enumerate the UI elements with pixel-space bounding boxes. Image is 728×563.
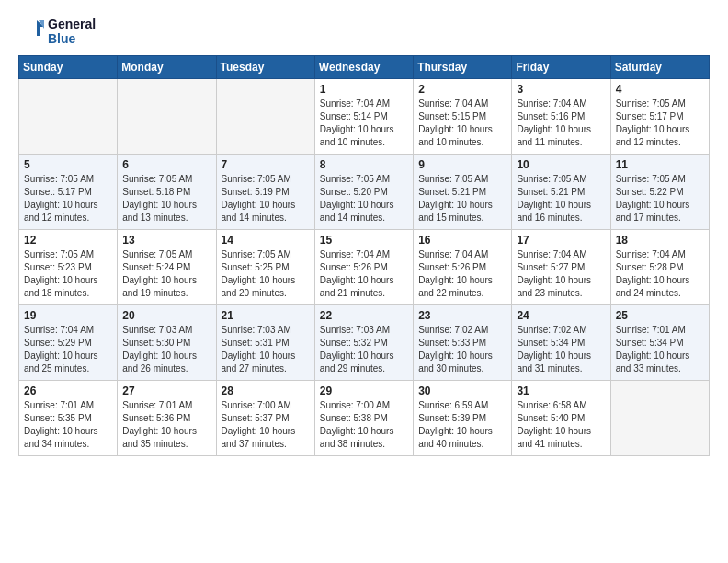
day-info: Sunrise: 6:58 AM Sunset: 5:40 PM Dayligh… — [517, 399, 605, 451]
day-info: Sunrise: 7:04 AM Sunset: 5:15 PM Dayligh… — [418, 98, 506, 149]
calendar-cell: 9Sunrise: 7:05 AM Sunset: 5:21 PM Daylig… — [414, 155, 512, 230]
calendar-cell: 22Sunrise: 7:03 AM Sunset: 5:32 PM Dayli… — [314, 305, 413, 381]
calendar-cell: 19Sunrise: 7:04 AM Sunset: 5:29 PM Dayli… — [19, 305, 118, 381]
calendar-cell: 12Sunrise: 7:05 AM Sunset: 5:23 PM Dayli… — [19, 230, 118, 305]
calendar-cell: 24Sunrise: 7:02 AM Sunset: 5:34 PM Dayli… — [512, 305, 610, 381]
day-info: Sunrise: 7:04 AM Sunset: 5:28 PM Dayligh… — [616, 248, 704, 300]
day-number: 15 — [320, 234, 408, 247]
day-info: Sunrise: 7:03 AM Sunset: 5:30 PM Dayligh… — [122, 324, 210, 375]
calendar-cell: 7Sunrise: 7:05 AM Sunset: 5:19 PM Daylig… — [216, 155, 314, 230]
day-number: 30 — [418, 385, 506, 397]
day-info: Sunrise: 7:04 AM Sunset: 5:14 PM Dayligh… — [320, 98, 408, 149]
logo-line1: General — [48, 17, 96, 31]
day-number: 29 — [320, 385, 408, 397]
calendar-cell: 13Sunrise: 7:05 AM Sunset: 5:24 PM Dayli… — [118, 230, 216, 305]
calendar-table: SundayMondayTuesdayWednesdayThursdayFrid… — [18, 55, 710, 456]
weekday-header: Friday — [512, 56, 610, 79]
day-number: 21 — [222, 309, 310, 322]
calendar-cell: 21Sunrise: 7:03 AM Sunset: 5:31 PM Dayli… — [216, 305, 314, 381]
weekday-header: Wednesday — [314, 56, 413, 79]
day-number: 18 — [616, 234, 704, 247]
calendar-cell: 3Sunrise: 7:04 AM Sunset: 5:16 PM Daylig… — [512, 79, 610, 155]
day-info: Sunrise: 7:03 AM Sunset: 5:31 PM Dayligh… — [222, 324, 310, 375]
calendar-cell: 29Sunrise: 7:00 AM Sunset: 5:38 PM Dayli… — [314, 381, 413, 456]
calendar-cell: 23Sunrise: 7:02 AM Sunset: 5:33 PM Dayli… — [414, 305, 512, 381]
logo-line2: Blue — [48, 31, 96, 46]
day-info: Sunrise: 7:00 AM Sunset: 5:37 PM Dayligh… — [222, 399, 310, 451]
calendar-cell — [216, 79, 314, 155]
day-number: 13 — [122, 234, 210, 247]
day-number: 28 — [222, 385, 310, 397]
day-number: 26 — [24, 385, 112, 397]
day-info: Sunrise: 7:05 AM Sunset: 5:21 PM Dayligh… — [517, 173, 605, 224]
day-info: Sunrise: 7:04 AM Sunset: 5:16 PM Dayligh… — [517, 98, 605, 149]
calendar-cell: 14Sunrise: 7:05 AM Sunset: 5:25 PM Dayli… — [216, 230, 314, 305]
day-info: Sunrise: 7:05 AM Sunset: 5:20 PM Dayligh… — [320, 173, 408, 224]
logo-text: General Blue — [18, 17, 96, 46]
day-info: Sunrise: 7:05 AM Sunset: 5:23 PM Dayligh… — [24, 248, 112, 300]
logo: General Blue — [18, 17, 96, 46]
calendar-cell: 31Sunrise: 6:58 AM Sunset: 5:40 PM Dayli… — [512, 381, 610, 456]
day-number: 23 — [418, 309, 506, 322]
calendar-cell: 1Sunrise: 7:04 AM Sunset: 5:14 PM Daylig… — [314, 79, 413, 155]
day-number: 12 — [24, 234, 112, 247]
calendar-cell — [19, 79, 118, 155]
calendar-cell — [610, 381, 709, 456]
day-number: 16 — [418, 234, 506, 247]
calendar-cell: 8Sunrise: 7:05 AM Sunset: 5:20 PM Daylig… — [314, 155, 413, 230]
day-number: 4 — [616, 83, 704, 96]
day-number: 22 — [320, 309, 408, 322]
day-number: 20 — [122, 309, 210, 322]
calendar-cell: 5Sunrise: 7:05 AM Sunset: 5:17 PM Daylig… — [19, 155, 118, 230]
day-number: 5 — [24, 158, 112, 171]
day-info: Sunrise: 7:00 AM Sunset: 5:38 PM Dayligh… — [320, 399, 408, 451]
calendar-cell: 16Sunrise: 7:04 AM Sunset: 5:26 PM Dayli… — [414, 230, 512, 305]
calendar-cell: 30Sunrise: 6:59 AM Sunset: 5:39 PM Dayli… — [414, 381, 512, 456]
day-number: 11 — [616, 158, 704, 171]
calendar-cell: 10Sunrise: 7:05 AM Sunset: 5:21 PM Dayli… — [512, 155, 610, 230]
page-header: General Blue — [18, 17, 710, 46]
logo-graphic — [18, 17, 46, 45]
day-number: 9 — [418, 158, 506, 171]
day-number: 6 — [122, 158, 210, 171]
day-number: 10 — [517, 158, 605, 171]
day-info: Sunrise: 7:05 AM Sunset: 5:21 PM Dayligh… — [418, 173, 506, 224]
day-number: 24 — [517, 309, 605, 322]
day-info: Sunrise: 7:04 AM Sunset: 5:29 PM Dayligh… — [24, 324, 112, 375]
day-info: Sunrise: 7:05 AM Sunset: 5:22 PM Dayligh… — [616, 173, 704, 224]
day-info: Sunrise: 7:01 AM Sunset: 5:34 PM Dayligh… — [616, 324, 704, 375]
day-info: Sunrise: 6:59 AM Sunset: 5:39 PM Dayligh… — [418, 399, 506, 451]
day-number: 1 — [320, 83, 408, 96]
calendar-cell: 6Sunrise: 7:05 AM Sunset: 5:18 PM Daylig… — [118, 155, 216, 230]
day-info: Sunrise: 7:04 AM Sunset: 5:27 PM Dayligh… — [517, 248, 605, 300]
day-info: Sunrise: 7:05 AM Sunset: 5:25 PM Dayligh… — [222, 248, 310, 300]
calendar-cell — [118, 79, 216, 155]
day-info: Sunrise: 7:03 AM Sunset: 5:32 PM Dayligh… — [320, 324, 408, 375]
day-info: Sunrise: 7:01 AM Sunset: 5:36 PM Dayligh… — [122, 399, 210, 451]
day-info: Sunrise: 7:04 AM Sunset: 5:26 PM Dayligh… — [320, 248, 408, 300]
day-info: Sunrise: 7:02 AM Sunset: 5:34 PM Dayligh… — [517, 324, 605, 375]
calendar-cell: 26Sunrise: 7:01 AM Sunset: 5:35 PM Dayli… — [19, 381, 118, 456]
day-number: 17 — [517, 234, 605, 247]
day-number: 14 — [222, 234, 310, 247]
weekday-header: Tuesday — [216, 56, 314, 79]
calendar-cell: 4Sunrise: 7:05 AM Sunset: 5:17 PM Daylig… — [610, 79, 709, 155]
day-number: 7 — [222, 158, 310, 171]
calendar-cell: 20Sunrise: 7:03 AM Sunset: 5:30 PM Dayli… — [118, 305, 216, 381]
day-number: 2 — [418, 83, 506, 96]
calendar-cell: 11Sunrise: 7:05 AM Sunset: 5:22 PM Dayli… — [610, 155, 709, 230]
day-number: 3 — [517, 83, 605, 96]
day-info: Sunrise: 7:05 AM Sunset: 5:17 PM Dayligh… — [24, 173, 112, 224]
weekday-header: Thursday — [414, 56, 512, 79]
day-info: Sunrise: 7:05 AM Sunset: 5:17 PM Dayligh… — [616, 98, 704, 149]
calendar-cell: 28Sunrise: 7:00 AM Sunset: 5:37 PM Dayli… — [216, 381, 314, 456]
calendar-cell: 15Sunrise: 7:04 AM Sunset: 5:26 PM Dayli… — [314, 230, 413, 305]
calendar-cell: 27Sunrise: 7:01 AM Sunset: 5:36 PM Dayli… — [118, 381, 216, 456]
calendar-cell: 25Sunrise: 7:01 AM Sunset: 5:34 PM Dayli… — [610, 305, 709, 381]
day-number: 19 — [24, 309, 112, 322]
calendar-cell: 18Sunrise: 7:04 AM Sunset: 5:28 PM Dayli… — [610, 230, 709, 305]
day-info: Sunrise: 7:04 AM Sunset: 5:26 PM Dayligh… — [418, 248, 506, 300]
weekday-header: Sunday — [19, 56, 118, 79]
calendar-cell: 2Sunrise: 7:04 AM Sunset: 5:15 PM Daylig… — [414, 79, 512, 155]
day-info: Sunrise: 7:01 AM Sunset: 5:35 PM Dayligh… — [24, 399, 112, 451]
